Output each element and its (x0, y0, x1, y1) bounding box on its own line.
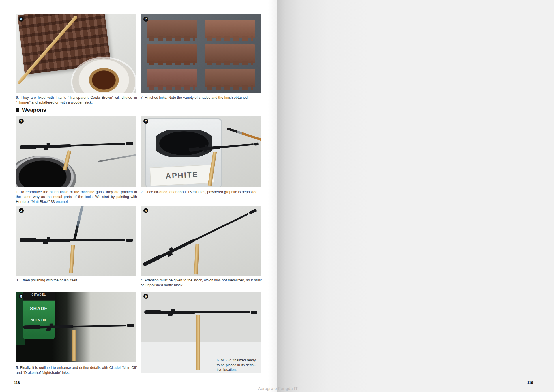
figure-caption-inline: 6. MG 34 finalized ready to be placed in… (217, 358, 261, 372)
graphite-powder (156, 130, 212, 157)
step-badge: 1 (19, 119, 24, 124)
figure-photo-track-fixing: 6 (16, 14, 136, 93)
figure-photo-graphite: 2 APHITE (141, 116, 261, 187)
paint-brush (227, 127, 261, 141)
track-links (147, 20, 255, 87)
gun-silhouette (23, 322, 134, 331)
figure-caption: 3. ...then polishing with the brush itse… (16, 278, 137, 283)
step-badge: 7 (143, 17, 148, 22)
figure-caption: 7. Finished links. Note the variety of s… (141, 95, 262, 100)
page-number-left: 118 (14, 380, 20, 385)
book-spread: 6 7 6. They are fixed with Titan’s “Tran… (0, 0, 554, 392)
page-number-right: 119 (527, 380, 533, 385)
weapons-heading: Weapons (16, 107, 46, 113)
page-right: 4.3 Finished Tools The following is a fi… (277, 0, 554, 392)
citadel-pot: CITADEL SHADE NULN OIL (23, 292, 55, 339)
pot-brand-label: CITADEL (23, 293, 55, 296)
wooden-stick (72, 330, 76, 361)
pot-range-label: SHADE (23, 306, 55, 311)
step-badge: 3 (19, 208, 24, 213)
metal-rod (98, 154, 136, 163)
figure-photo-gun-painting: 1 (16, 116, 136, 187)
graphite-tub-label: APHITE (150, 165, 214, 187)
step-badge: 6 (143, 294, 148, 299)
figure-photo-citadel-inks: 5 CITADEL SHADE NULN OIL (16, 292, 136, 362)
figure-caption: 4. Attention must be given to the stock,… (141, 278, 262, 288)
paint-brush (73, 206, 84, 240)
square-bullet-icon (16, 108, 19, 112)
step-badge: 5 (19, 294, 24, 299)
gun-silhouette (142, 207, 258, 268)
gun-silhouette (20, 236, 133, 244)
figure-photo-mg34-final: 6 6. MG 34 finalized ready to be placed … (141, 292, 261, 373)
step-badge: 2 (143, 119, 148, 124)
figure-photo-polishing: 3 (16, 206, 136, 276)
wooden-stick (69, 245, 75, 273)
figure-photo-stock-detail: 4 (141, 206, 261, 276)
page-left: 6 7 6. They are fixed with Titan’s “Tran… (0, 0, 277, 392)
pot-name-label: NULN OIL (23, 318, 55, 322)
watermark-text: Aerografo Fengda IT (258, 386, 298, 391)
wooden-stick (194, 243, 199, 274)
figure-photo-finished-links: 7 (141, 14, 261, 93)
step-badge: 6 (19, 17, 24, 22)
figure-caption: 2. Once air-dried, after about 15 minute… (141, 190, 262, 195)
figure-caption: 5. Finally, it is outlined to enhance an… (16, 365, 137, 375)
step-badge: 4 (143, 208, 148, 213)
gun-silhouette (19, 140, 133, 151)
figure-caption: 6. They are fixed with Titan’s “Transpar… (16, 95, 137, 105)
figure-caption: 1. To reproduce the blued finish of the … (16, 190, 137, 204)
gun-silhouette (144, 309, 258, 316)
wooden-stick (196, 315, 200, 370)
